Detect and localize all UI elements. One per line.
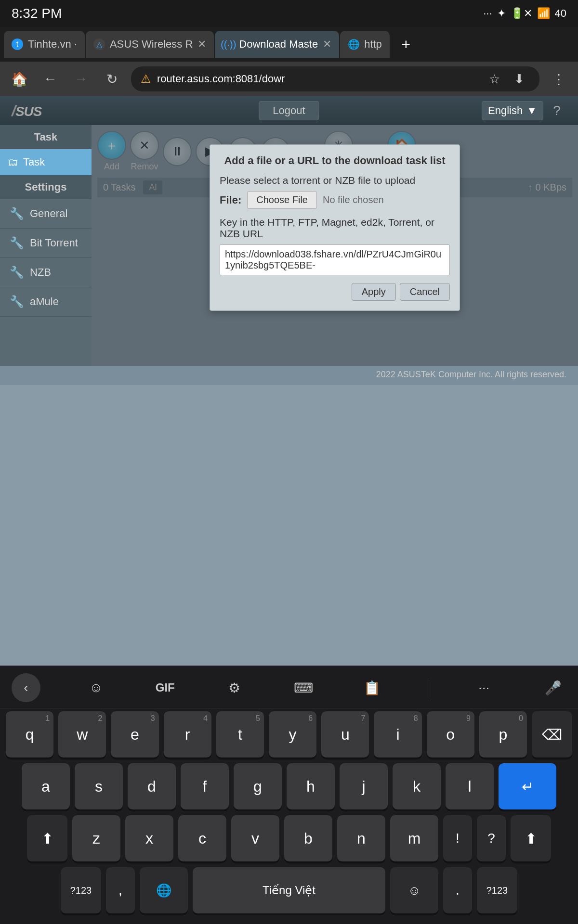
page-content: /SUS Logout English ▼ ? Task 🗂 Task <box>0 96 578 666</box>
key-enter[interactable]: ↵ <box>499 763 556 809</box>
key-o[interactable]: o9 <box>427 711 474 757</box>
key-c[interactable]: c <box>178 815 226 861</box>
security-warning-icon: ⚠ <box>141 72 151 86</box>
tab-download[interactable]: ((·)) Download Maste ✕ <box>215 31 339 58</box>
tab-favicon-asus: △ <box>93 38 105 50</box>
apply-button[interactable]: Apply <box>352 283 396 301</box>
main-layout: Task 🗂 Task Settings 🔧 General 🔧 Bit Tor… <box>0 125 578 366</box>
key-m[interactable]: m <box>390 815 438 861</box>
key-a[interactable]: a <box>22 763 70 809</box>
tab-label-tinhte: Tinhte.vn · <box>28 38 77 51</box>
key-w[interactable]: w2 <box>58 711 106 757</box>
sidebar-item-bittorrent[interactable]: 🔧 Bit Torrent <box>0 229 92 258</box>
logout-button[interactable]: Logout <box>259 101 319 120</box>
gif-button[interactable]: GIF <box>152 674 179 701</box>
key-num-right[interactable]: ?123 <box>477 867 517 913</box>
url-section-title: Key in the HTTP, FTP, Magnet, ed2k, Torr… <box>220 217 450 240</box>
address-actions: ☆ ⬇ <box>484 68 530 90</box>
download-icon[interactable]: ⬇ <box>509 68 530 90</box>
sidebar-item-general[interactable]: 🔧 General <box>0 199 92 229</box>
key-g[interactable]: g <box>234 763 282 809</box>
bookmark-icon[interactable]: ☆ <box>484 68 505 90</box>
refresh-button[interactable]: ↻ <box>100 67 123 90</box>
add-task-dialog: Add a file or a URL to the download task… <box>210 144 460 311</box>
key-i[interactable]: i8 <box>374 711 421 757</box>
amule-icon: 🔧 <box>10 295 24 308</box>
tab-favicon-download: ((·)) <box>223 38 234 50</box>
key-backspace[interactable]: ⌫ <box>532 711 572 757</box>
new-tab-button[interactable]: + <box>393 31 420 58</box>
sidebar: Task 🗂 Task Settings 🔧 General 🔧 Bit Tor… <box>0 125 92 366</box>
keyboard-back-button[interactable]: ‹ <box>12 673 40 702</box>
key-j[interactable]: j <box>340 763 388 809</box>
clipboard-button[interactable]: 📋 <box>359 674 386 701</box>
status-bar: 8:32 PM ··· ✦ 🔋✕ 📶 40 <box>0 0 578 27</box>
url-bar[interactable]: ⚠ router.asus.com:8081/dowr ☆ ⬇ <box>131 66 539 91</box>
menu-button[interactable]: ⋮ <box>547 67 570 90</box>
wifi-icon: 📶 <box>537 7 550 20</box>
bluetooth-icon: ✦ <box>497 7 506 20</box>
sticker-button[interactable]: ☺ <box>82 674 109 701</box>
file-row: File: Choose File No file chosen <box>220 191 450 209</box>
key-e[interactable]: e3 <box>111 711 158 757</box>
back-button[interactable]: ← <box>39 67 62 90</box>
cancel-button[interactable]: Cancel <box>400 283 450 301</box>
key-exclaim[interactable]: ! <box>443 815 472 861</box>
key-z[interactable]: z <box>72 815 120 861</box>
key-v[interactable]: v <box>231 815 279 861</box>
tab-tinhte[interactable]: t Tinhte.vn · <box>4 31 85 58</box>
mic-button[interactable]: 🎤 <box>539 674 566 701</box>
home-button[interactable]: 🏠 <box>8 67 31 90</box>
url-input[interactable]: https://download038.fshare.vn/dl/PZrU4CJ… <box>220 244 450 275</box>
key-comma[interactable]: , <box>106 867 135 913</box>
key-k[interactable]: k <box>393 763 441 809</box>
key-f[interactable]: f <box>181 763 229 809</box>
tab-close-asus[interactable]: ✕ <box>197 38 206 51</box>
file-section-label: Please select a torrent or NZB file to u… <box>220 175 450 186</box>
sidebar-item-amule[interactable]: 🔧 aMule <box>0 287 92 317</box>
tab-label-download: Download Maste <box>239 38 318 51</box>
key-b[interactable]: b <box>284 815 332 861</box>
key-shift-right[interactable]: ⬆ <box>511 815 551 861</box>
key-h[interactable]: h <box>287 763 335 809</box>
key-r[interactable]: r4 <box>164 711 211 757</box>
key-row-4: ?123 , 🌐 Tiếng Việt ☺ . ?123 <box>0 864 578 916</box>
language-selector[interactable]: English ▼ <box>482 101 543 120</box>
keyboard-settings-button[interactable]: ⚙ <box>221 674 248 701</box>
key-d[interactable]: d <box>128 763 176 809</box>
bittorrent-icon: 🔧 <box>10 236 24 250</box>
sidebar-item-nzb[interactable]: 🔧 NZB <box>0 258 92 287</box>
keyboard-layout-button[interactable]: ⌨ <box>290 674 317 701</box>
dialog-overlay: Add a file or a URL to the download task… <box>92 125 578 366</box>
nzb-icon: 🔧 <box>10 266 24 279</box>
choose-file-button[interactable]: Choose File <box>247 191 317 209</box>
sidebar-item-task[interactable]: 🗂 Task <box>0 149 92 175</box>
keyboard: ‹ ☺ GIF ⚙ ⌨ 📋 ··· 🎤 q1 w2 e3 r4 t5 y6 u7… <box>0 666 578 924</box>
key-l[interactable]: l <box>446 763 494 809</box>
tab-favicon-tinhte: t <box>12 38 23 50</box>
key-p[interactable]: p0 <box>479 711 527 757</box>
key-s[interactable]: s <box>75 763 123 809</box>
key-space[interactable]: Tiếng Việt <box>193 867 385 913</box>
key-q[interactable]: q1 <box>6 711 53 757</box>
task-icon: 🗂 <box>8 156 18 168</box>
key-period[interactable]: . <box>443 867 472 913</box>
tab-http[interactable]: 🌐 http <box>340 31 390 58</box>
key-y[interactable]: y6 <box>269 711 316 757</box>
key-u[interactable]: u7 <box>321 711 369 757</box>
key-emoji[interactable]: ☺ <box>390 867 438 913</box>
key-t[interactable]: t5 <box>216 711 264 757</box>
key-x[interactable]: x <box>125 815 173 861</box>
key-n[interactable]: n <box>337 815 385 861</box>
signal-icon: ··· <box>483 7 492 20</box>
key-shift-left[interactable]: ⬆ <box>27 815 67 861</box>
forward-button[interactable]: → <box>69 67 92 90</box>
tab-close-download[interactable]: ✕ <box>323 38 331 51</box>
help-button[interactable]: ? <box>547 101 566 120</box>
tab-asus[interactable]: △ ASUS Wireless R ✕ <box>86 31 214 58</box>
key-globe[interactable]: 🌐 <box>140 867 188 913</box>
key-question[interactable]: ? <box>477 815 506 861</box>
key-num-left[interactable]: ?123 <box>61 867 101 913</box>
more-button[interactable]: ··· <box>471 674 498 701</box>
tab-label-http: http <box>364 38 382 51</box>
